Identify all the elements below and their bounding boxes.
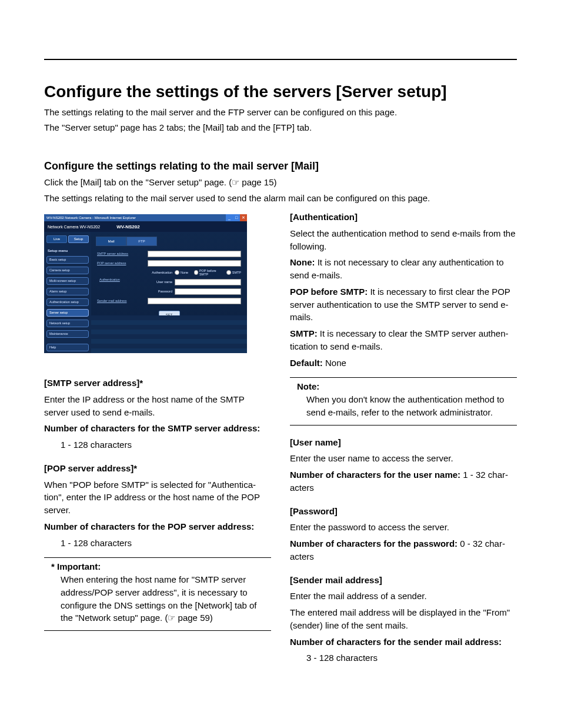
row-sender: Sender mail address xyxy=(97,297,241,305)
important-rule-top xyxy=(44,557,271,558)
auth-smtp-text: It is necessary to clear the SMTP server… xyxy=(290,328,509,351)
important-heading: * Important: xyxy=(51,561,101,571)
sender-chars-value: 3 - 128 characters xyxy=(290,651,517,664)
window-title: WV-NS202 Network Camera - Microsoft Inte… xyxy=(46,216,136,220)
right-column: [Authentication] Select the authenticati… xyxy=(290,211,517,664)
user-desc: Enter the user name to access the server… xyxy=(290,452,517,465)
sidebar-item-maintenance[interactable]: Maintenance xyxy=(46,330,89,338)
sidebar-item-alarm[interactable]: Alarm setup xyxy=(46,288,89,295)
brand-row: Network Camera WV-NS202 WV-NS202 xyxy=(44,221,247,232)
row-pass: Password xyxy=(97,287,241,295)
label-pass: Password xyxy=(148,290,175,293)
tab-mail[interactable]: Mail xyxy=(96,237,126,246)
pass-heading: [Password] xyxy=(290,506,338,516)
two-column-layout: WV-NS202 Network Camera - Microsoft Inte… xyxy=(44,211,517,664)
top-rule xyxy=(44,59,517,60)
auth-none-label: None: xyxy=(290,257,315,267)
label-auth: Authentication xyxy=(148,271,175,274)
section-heading: Configure the settings relating to the m… xyxy=(44,160,517,172)
note-rule-top xyxy=(290,377,517,378)
label-user: User name xyxy=(148,280,175,284)
tab-live[interactable]: Live xyxy=(46,235,67,243)
note-rule-bottom xyxy=(290,425,517,426)
sidebar: Live Setup Setup menu Basic setup Camera… xyxy=(44,232,91,353)
auth-section: [Authentication] Select the authenticati… xyxy=(290,211,517,369)
mode-tabs: Live Setup xyxy=(46,235,89,243)
radio-icon xyxy=(194,270,198,275)
label-sender: Sender mail address xyxy=(97,299,148,302)
sidebar-item-network[interactable]: Network setup xyxy=(46,320,89,327)
row-auth: Authentication None POP before SMTP SMTP xyxy=(97,268,241,277)
maximize-icon: □ xyxy=(233,214,240,221)
radio-icon xyxy=(226,270,231,275)
sidebar-item-multiscreen[interactable]: Multi-screen setup xyxy=(46,277,89,285)
sender-desc-1: Enter the mail address of a sender. xyxy=(290,590,517,603)
sidebar-item-camera[interactable]: Camera setup xyxy=(46,267,89,274)
window-titlebar: WV-NS202 Network Camera - Microsoft Inte… xyxy=(44,214,247,221)
user-heading: [User name] xyxy=(290,437,341,447)
section-line-1a: Click the [Mail] tab on the "Server setu… xyxy=(44,177,232,187)
close-icon: ✕ xyxy=(240,214,247,221)
auth-default-text: None xyxy=(323,358,346,368)
sender-chars-label: Number of characters for the sender mail… xyxy=(290,637,502,647)
note-block: Note: When you don't know the authentica… xyxy=(290,380,517,422)
page-ref-59: ☞ page 59 xyxy=(168,613,209,623)
tab-setup[interactable]: Setup xyxy=(68,235,89,243)
input-user[interactable] xyxy=(175,279,241,285)
sidebar-item-basic[interactable]: Basic setup xyxy=(46,256,89,264)
auth-desc: Select the authentication method to send… xyxy=(290,227,517,253)
pass-chars-label: Number of characters for the password: xyxy=(290,538,458,549)
radio-none[interactable]: None xyxy=(175,270,188,275)
smtp-heading: [SMTP server address]* xyxy=(44,378,143,388)
sidebar-item-help[interactable]: Help xyxy=(46,344,89,351)
radio-pop-before-smtp[interactable]: POP before SMTP xyxy=(194,269,221,276)
setup-menu-label: Setup menu xyxy=(48,249,89,252)
smtp-section: [SMTP server address]* Enter the IP addr… xyxy=(44,377,271,451)
pass-desc: Enter the password to access the server. xyxy=(290,521,517,534)
pop-heading: [POP server address]* xyxy=(44,463,137,473)
user-chars-label: Number of characters for the user name: xyxy=(290,470,460,480)
note-body: When you don't know the authentication m… xyxy=(297,393,517,419)
sender-desc-2: The entered mail address will be display… xyxy=(290,606,517,632)
note-heading: Note: xyxy=(297,381,319,391)
tab-ftp[interactable]: FTP xyxy=(126,237,157,246)
auth-default-label: Default: xyxy=(290,358,323,368)
pop-chars-value: 1 - 128 characters xyxy=(44,537,271,550)
label-pop: POP server address xyxy=(97,261,148,265)
input-pass[interactable] xyxy=(175,288,241,295)
pass-section: [Password] Enter the password to access … xyxy=(290,505,517,563)
important-rule-bottom xyxy=(44,630,271,631)
section-line-1: Click the [Mail] tab on the "Server setu… xyxy=(44,176,517,189)
section-line-1b: ) xyxy=(274,177,277,187)
smtp-chars-label: Number of characters for the SMTP server… xyxy=(44,423,260,433)
main-panel: Mail FTP SMTP server address POP server … xyxy=(91,232,247,353)
label-smtp: SMTP server address xyxy=(97,252,148,255)
screenshot: WV-NS202 Network Camera - Microsoft Inte… xyxy=(44,214,247,355)
app-body: Live Setup Setup menu Basic setup Camera… xyxy=(44,232,247,353)
sender-section: [Sender mail address] Enter the mail add… xyxy=(290,574,517,665)
sidebar-item-server[interactable]: Server setup xyxy=(46,309,89,317)
sidebar-item-authentication[interactable]: Authentication setup xyxy=(46,298,89,306)
page-title: Configure the settings of the servers [S… xyxy=(44,82,517,101)
label-auth-group: Authentication xyxy=(99,278,120,281)
intro-line-2: The "Server setup" page has 2 tabs; the … xyxy=(44,121,517,134)
input-pop[interactable] xyxy=(148,260,241,267)
important-text-a: When entering the host name for "SMTP se… xyxy=(61,574,257,623)
intro-line-1: The settings relating to the mail server… xyxy=(44,106,517,119)
input-smtp[interactable] xyxy=(148,251,241,257)
auth-pbs-label: POP before SMTP: xyxy=(290,287,368,297)
important-block: * Important: When entering the host name… xyxy=(44,560,271,628)
auth-heading: [Authentication] xyxy=(290,212,358,222)
section-line-2: The settings relating to the mail server… xyxy=(44,192,517,205)
auth-radios: None POP before SMTP SMTP xyxy=(175,269,241,276)
brand-model-a: WV-NS202 xyxy=(80,225,101,229)
mail-form: SMTP server address POP server address A… xyxy=(91,246,247,319)
input-sender[interactable] xyxy=(148,298,241,304)
radio-smtp[interactable]: SMTP xyxy=(226,270,241,275)
sender-heading: [Sender mail address] xyxy=(290,575,382,585)
pop-chars-label: Number of characters for the POP server … xyxy=(44,521,254,531)
row-smtp: SMTP server address xyxy=(97,250,241,258)
brand-small: Network Camera xyxy=(48,225,79,229)
radio-icon xyxy=(175,270,179,275)
page-ref-15: ☞ page 15 xyxy=(232,177,273,187)
